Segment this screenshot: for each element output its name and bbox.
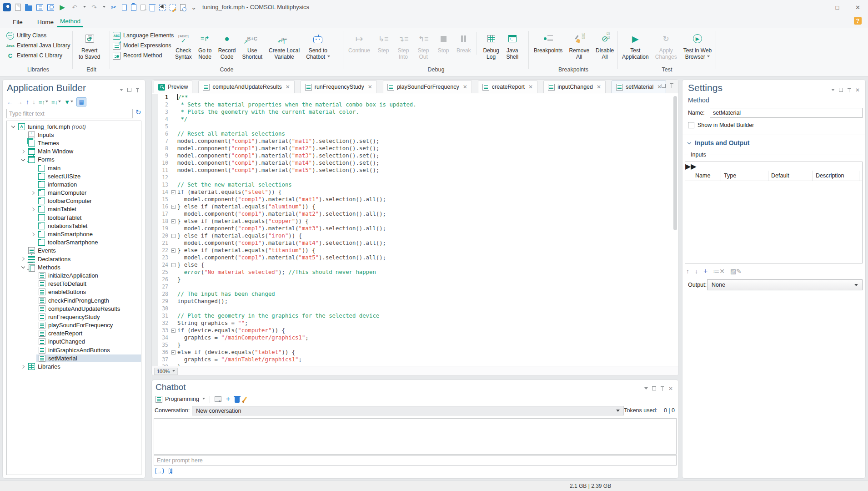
model-expressions-button[interactable]: Model Expressions: [113, 41, 171, 50]
tree-item-selectUISize[interactable]: selectUISize: [7, 172, 141, 180]
toolbar-overflow-icon[interactable]: ⌄: [190, 3, 198, 11]
tree-item-information[interactable]: information: [7, 180, 141, 188]
panel-menu-icon[interactable]: [831, 89, 835, 93]
float-icon[interactable]: [127, 88, 131, 92]
tree-item-Themes[interactable]: Themes: [7, 139, 141, 147]
apply-changes-button[interactable]: ↻ Apply Changes: [652, 30, 680, 61]
check-syntax-button[interactable]: [ABC]✓ Check Syntax: [172, 30, 195, 61]
undo-menu-icon[interactable]: [83, 6, 86, 9]
column-header-unit[interactable]: Unit: [859, 171, 863, 181]
chevron-expanded-icon[interactable]: [20, 159, 26, 161]
clear-frame-icon[interactable]: [170, 5, 176, 10]
close-icon[interactable]: ✕: [855, 88, 860, 92]
undo-icon[interactable]: ↶: [70, 3, 79, 11]
create-local-variable-button[interactable]: a=↶T Create Local Variable: [266, 30, 303, 61]
fold-icon[interactable]: [171, 350, 176, 354]
maximize-button[interactable]: □: [827, 0, 848, 15]
language-elements-button[interactable]: ABC Language Elements: [113, 31, 174, 40]
chevron-collapsed-icon[interactable]: [20, 258, 26, 260]
filter-input[interactable]: [6, 109, 133, 118]
close-tab-icon[interactable]: ✕: [597, 84, 601, 90]
attachment-icon[interactable]: [169, 468, 172, 474]
debug-log-button[interactable]: Debug Log: [480, 30, 502, 61]
remove-all-button[interactable]: ☑☑ Remove All: [566, 30, 592, 61]
close-button[interactable]: ✕: [848, 0, 868, 15]
close-tab-icon[interactable]: ✕: [657, 84, 662, 90]
tree-item-createReport[interactable]: createReport: [7, 329, 141, 338]
float-icon[interactable]: [662, 84, 666, 88]
prompt-input[interactable]: [154, 455, 677, 466]
move-up-icon[interactable]: ↑: [26, 98, 29, 106]
minimize-button[interactable]: —: [807, 0, 827, 15]
chevron-collapsed-icon[interactable]: [30, 208, 36, 211]
mode-dropdown[interactable]: Programming: [156, 396, 205, 403]
send-icon[interactable]: →: [155, 468, 164, 474]
editor-scrollbar[interactable]: [673, 96, 677, 230]
tree-item-checkFindProngLength[interactable]: checkFindProngLength: [7, 296, 141, 304]
chevron-expanded-icon[interactable]: [10, 126, 16, 127]
section-inputs-and-output[interactable]: Inputs and Output: [688, 139, 750, 147]
tree-item-toolbarComputer[interactable]: toolbarComputer: [7, 197, 141, 205]
show-in-model-builder-checkbox[interactable]: [688, 122, 694, 128]
sort-ascending-icon[interactable]: ≡↑: [39, 99, 48, 106]
close-tab-icon[interactable]: ✕: [368, 84, 372, 90]
column-header-type[interactable]: Type: [721, 171, 768, 181]
fold-icon[interactable]: [171, 205, 176, 209]
find-icon[interactable]: [180, 4, 186, 11]
use-shortcut-button[interactable]: B+C↗ Use Shortcut: [239, 30, 266, 61]
editor-tab-inputChanged[interactable]: inputChanged✕: [543, 81, 606, 93]
editor-tab-createReport[interactable]: createReport✕: [478, 81, 537, 93]
step-out-button[interactable]: ↰≡ Step Out: [413, 30, 433, 61]
tree-item-playSoundForFrequency[interactable]: playSoundForFrequency: [7, 321, 141, 329]
name-input[interactable]: [710, 108, 863, 118]
paste-icon[interactable]: [131, 4, 136, 11]
fold-icon[interactable]: [171, 263, 176, 267]
new-file-icon[interactable]: [15, 4, 21, 11]
comsol-logo-icon[interactable]: [3, 3, 11, 11]
step-into-button[interactable]: ↴≡ Step Into: [393, 30, 413, 61]
column-header-description[interactable]: Description: [813, 171, 859, 181]
tree-item-runFrequencyStudy[interactable]: runFrequencyStudy: [7, 313, 141, 321]
stop-button[interactable]: Stop: [433, 30, 453, 61]
panel-menu-icon[interactable]: [644, 387, 648, 391]
cut-icon[interactable]: ✂: [110, 3, 118, 11]
tree-item-enableButtons[interactable]: enableButtons: [7, 288, 141, 296]
external-java-library-button[interactable]: Java External Java Library: [6, 41, 70, 50]
save-icon[interactable]: [36, 4, 43, 11]
break-button[interactable]: Break: [453, 30, 474, 61]
tree-item-mainSmartphone[interactable]: mainSmartphone: [7, 230, 141, 238]
chevron-collapsed-icon[interactable]: [20, 365, 26, 368]
pin-icon[interactable]: [135, 88, 140, 92]
panel-menu-icon[interactable]: [120, 89, 123, 93]
tree-item-initGraphicsAndButtons[interactable]: initGraphicsAndButtons: [7, 346, 141, 354]
new-conversation-icon[interactable]: +: [226, 395, 230, 403]
pin-icon[interactable]: [847, 88, 851, 92]
chevron-collapsed-icon[interactable]: [30, 192, 36, 194]
revert-to-saved-button[interactable]: Revert to Saved: [75, 30, 103, 61]
tree-item-inputChanged[interactable]: inputChanged: [7, 338, 141, 346]
zoom-level-dropdown[interactable]: 100%: [154, 368, 178, 375]
inputs-table[interactable]: ▶▶ NameTypeDefaultDescriptionUnit: [685, 162, 863, 263]
edit-table-icon[interactable]: ▨✎: [730, 268, 742, 275]
tree-item-Events[interactable]: Events: [7, 247, 141, 255]
go-to-node-button[interactable]: ≡↱ Go to Node: [195, 30, 215, 61]
tree-item-resetToDefault[interactable]: resetToDefault: [7, 280, 141, 288]
toggle-report-view-icon[interactable]: ▤: [76, 97, 86, 106]
filter-funnel-icon[interactable]: ▼: [64, 99, 73, 106]
add-input-icon[interactable]: +: [703, 267, 707, 275]
tree-item-mainComputer[interactable]: mainComputer: [7, 189, 141, 197]
redo-icon[interactable]: ↷: [90, 3, 98, 11]
tree-item-Libraries[interactable]: Libraries: [7, 362, 141, 370]
copy-icon[interactable]: [122, 5, 127, 10]
clear-conversation-icon[interactable]: [243, 396, 247, 402]
editor-tab-playSoundForFrequency[interactable]: playSoundForFrequency✕: [383, 81, 472, 93]
duplicate-icon[interactable]: [140, 5, 146, 10]
send-to-chatbot-button[interactable]: Send to Chatbot: [303, 30, 333, 61]
run-icon[interactable]: ▶: [58, 3, 66, 11]
save-find-icon[interactable]: [47, 4, 54, 11]
delete-input-icon[interactable]: ≔✕: [713, 268, 725, 275]
step-button[interactable]: ↳≡ Step: [373, 30, 393, 61]
output-select[interactable]: None: [707, 279, 863, 290]
chevron-collapsed-icon[interactable]: [20, 150, 26, 153]
tree-item-Forms[interactable]: Forms: [7, 156, 141, 164]
